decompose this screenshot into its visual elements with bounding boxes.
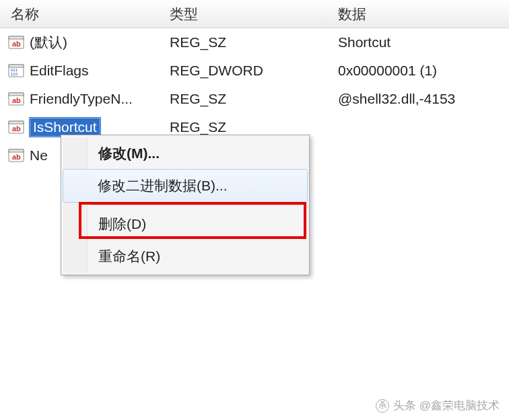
svg-rect-8	[9, 93, 24, 96]
reg-binary-icon: 011 110	[8, 63, 24, 79]
svg-rect-14	[9, 149, 24, 152]
svg-text:ab: ab	[12, 125, 21, 133]
value-name: FriendlyTypeN...	[30, 91, 133, 107]
table-row[interactable]: ab (默认) REG_SZ Shortcut	[0, 28, 509, 57]
reg-string-icon: ab	[8, 147, 24, 164]
value-name: EditFlags	[30, 63, 89, 79]
svg-text:ab: ab	[12, 153, 21, 161]
table-header-row: 名称 类型 数据	[0, 0, 509, 28]
svg-rect-4	[9, 65, 24, 67]
svg-rect-11	[9, 121, 24, 124]
context-menu: 修改(M)... 修改二进制数据(B)... 删除(D) 重命名(R)	[61, 135, 310, 275]
value-type: REG_SZ	[162, 30, 330, 55]
value-name-selected: IsShortcut	[30, 118, 100, 137]
watermark: 杀 头条 @鑫荣电脑技术	[376, 398, 500, 413]
menu-item-modify-binary[interactable]: 修改二进制数据(B)...	[63, 169, 308, 203]
value-type: REG_DWORD	[162, 59, 330, 83]
reg-string-icon: ab	[8, 119, 24, 135]
svg-rect-1	[9, 36, 24, 39]
header-name[interactable]: 名称	[0, 0, 162, 29]
header-data[interactable]: 数据	[330, 0, 509, 29]
menu-separator	[92, 205, 304, 205]
svg-text:ab: ab	[12, 96, 21, 104]
header-type[interactable]: 类型	[162, 0, 330, 29]
table-row[interactable]: ab FriendlyTypeN... REG_SZ @shell32.dll,…	[0, 85, 509, 113]
reg-string-icon: ab	[8, 34, 24, 50]
value-data	[330, 123, 509, 131]
value-name: (默认)	[30, 33, 67, 52]
watermark-icon: 杀	[376, 399, 389, 413]
table-row[interactable]: 011 110 EditFlags REG_DWORD 0x00000001 (…	[0, 57, 509, 85]
value-data: 0x00000001 (1)	[330, 59, 509, 83]
menu-item-rename[interactable]: 重命名(R)	[63, 240, 307, 273]
value-data: Shortcut	[330, 30, 509, 55]
menu-item-modify[interactable]: 修改(M)...	[63, 137, 307, 170]
value-data	[330, 151, 509, 160]
menu-item-delete[interactable]: 删除(D)	[63, 208, 307, 240]
value-name: Ne	[30, 147, 48, 164]
value-type: REG_SZ	[162, 87, 330, 111]
svg-text:110: 110	[11, 72, 18, 76]
svg-text:ab: ab	[12, 40, 21, 48]
reg-string-icon: ab	[8, 91, 24, 107]
value-data: @shell32.dll,-4153	[330, 87, 509, 111]
watermark-text: 头条 @鑫荣电脑技术	[393, 398, 500, 413]
